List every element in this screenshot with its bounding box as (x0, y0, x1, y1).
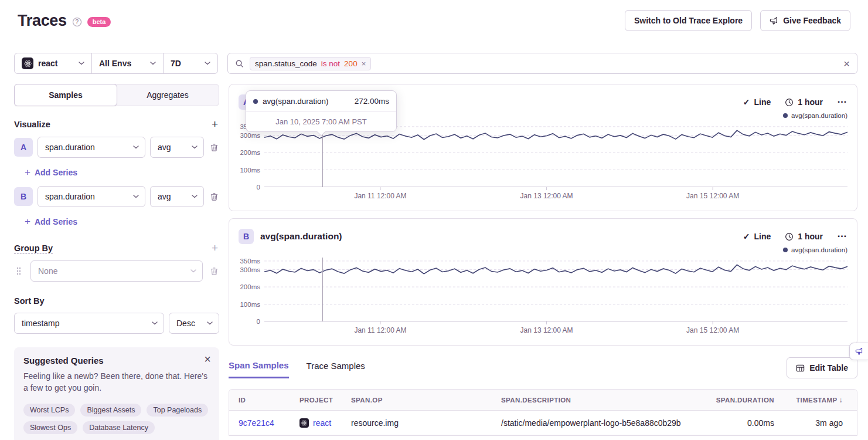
suggested-queries-card: Suggested Queries × Feeling like a newb?… (14, 347, 219, 440)
table-row[interactable]: 9c7e21c4 react resource.img /static/medi… (229, 411, 857, 435)
give-feedback-label: Give Feedback (783, 16, 841, 25)
x-tick-label: Jan 11 12:00 AM (354, 326, 406, 334)
close-icon[interactable]: × (204, 353, 211, 365)
chart-area-a: 350ms300ms200ms100ms0 Jan 11 12:00 AMJan… (239, 123, 847, 202)
sort-field-value: timestamp (22, 319, 60, 328)
help-icon[interactable]: ? (73, 18, 81, 26)
more-options-icon[interactable]: … (837, 98, 847, 107)
add-series-link-1[interactable]: + Add Series (25, 167, 77, 178)
series-b-field-value: span.duration (45, 192, 95, 201)
interval-selector[interactable]: 1 hour (785, 97, 823, 107)
add-series-link-2[interactable]: + Add Series (25, 216, 77, 228)
chevron-down-icon (190, 269, 196, 273)
x-tick-label: Jan 15 12:00 AM (686, 326, 739, 334)
tab-span-samples[interactable]: Span Samples (229, 360, 289, 378)
column-header-timestamp[interactable]: TIMESTAMP↓ (779, 396, 847, 404)
column-header-project[interactable]: PROJECT (299, 397, 351, 404)
column-header-id[interactable]: ID (239, 397, 299, 404)
sort-direction-select[interactable]: Desc (169, 313, 219, 334)
column-header-span-op[interactable]: SPAN.OP (351, 397, 501, 404)
environment-selector[interactable]: All Envs (91, 53, 164, 74)
x-tick-label: Jan 13 12:00 AM (520, 192, 573, 200)
give-feedback-button[interactable]: Give Feedback (760, 10, 850, 31)
interval-label: 1 hour (798, 97, 823, 107)
sort-by-label: Sort By (14, 296, 45, 306)
sort-field-select[interactable]: timestamp (14, 313, 164, 334)
series-a-aggregate-select[interactable]: avg (150, 137, 204, 158)
series-b-aggregate-select[interactable]: avg (150, 186, 204, 207)
plus-icon: + (25, 216, 30, 228)
chart-type-label: Line (754, 232, 771, 241)
y-tick-label: 300ms (240, 266, 260, 273)
column-header-span-duration[interactable]: SPAN.DURATION (709, 397, 779, 404)
chevron-down-icon (79, 62, 84, 65)
feedback-widget-button[interactable] (849, 343, 868, 360)
clock-icon (785, 98, 794, 107)
date-range-selector[interactable]: 7D (163, 53, 218, 74)
more-options-icon[interactable]: … (837, 232, 847, 241)
clear-search-icon[interactable]: × (843, 58, 850, 69)
react-project-icon (299, 418, 309, 428)
span-id-link[interactable]: 9c7e21c4 (239, 418, 299, 428)
search-filter-token[interactable]: span.status_code is not 200 × (250, 57, 371, 70)
clock-icon (785, 232, 794, 241)
environment-selector-label: All Envs (99, 59, 131, 68)
group-by-select[interactable]: None (30, 260, 203, 282)
tooltip-series-label: avg(span.duration) (263, 97, 329, 106)
suggested-query-pill[interactable]: Top Pageloads (147, 404, 208, 417)
suggested-query-pill[interactable]: Database Latency (83, 421, 155, 434)
chart-plot[interactable] (264, 123, 847, 187)
add-visualize-icon[interactable]: + (210, 119, 219, 130)
check-icon: ✓ (743, 232, 750, 241)
delete-group-by-icon[interactable] (209, 267, 219, 276)
project-selector[interactable]: react (14, 53, 92, 74)
y-tick-label: 0 (257, 184, 260, 191)
interval-selector[interactable]: 1 hour (785, 232, 823, 241)
tooltip-series-dot (253, 99, 258, 104)
chart-type-selector[interactable]: ✓ Line (743, 97, 771, 107)
series-a-field-select[interactable]: span.duration (38, 137, 145, 158)
delete-series-b-icon[interactable] (209, 192, 219, 201)
megaphone-icon (855, 347, 863, 356)
series-badge-b: B (14, 187, 33, 206)
series-b-field-select[interactable]: span.duration (38, 186, 145, 207)
suggested-query-pill[interactable]: Worst LCPs (23, 404, 75, 417)
sort-descending-icon: ↓ (839, 396, 843, 404)
chart-panel-a: A avg(span.duration) ✓ Line 1 hour … avg (229, 84, 857, 211)
remove-filter-icon[interactable]: × (362, 59, 366, 68)
add-group-by-icon[interactable]: + (210, 242, 219, 253)
megaphone-icon (770, 16, 778, 25)
project-cell: react (299, 418, 351, 428)
trace-search-input[interactable]: span.status_code is not 200 × × (227, 53, 857, 74)
group-by-row: None (16, 260, 219, 282)
edit-table-button[interactable]: Edit Table (787, 357, 857, 378)
tab-trace-samples[interactable]: Trace Samples (307, 361, 365, 377)
column-header-span-description[interactable]: SPAN.DESCRIPTION (501, 397, 709, 404)
suggested-query-pill[interactable]: Slowest Ops (23, 421, 77, 434)
y-tick-label: 200ms (240, 283, 260, 290)
switch-old-trace-explore-button[interactable]: Switch to Old Trace Explore (625, 10, 752, 31)
x-tick-label: Jan 13 12:00 AM (520, 326, 573, 334)
chart-legend: avg(span.duration) (239, 246, 847, 253)
suggested-query-pill[interactable]: Biggest Assets (80, 404, 141, 417)
chevron-down-icon (133, 195, 139, 198)
series-line (264, 265, 847, 273)
drag-handle-icon[interactable] (16, 267, 25, 275)
sort-direction-value: Desc (176, 319, 195, 328)
page-filters: react All Envs 7D (14, 53, 218, 74)
filter-operator: is not (321, 59, 340, 68)
chart-type-selector[interactable]: ✓ Line (743, 232, 771, 241)
delete-series-a-icon[interactable] (209, 143, 219, 152)
tab-samples[interactable]: Samples (14, 84, 117, 106)
app-header: Traces ? beta Switch to Old Trace Explor… (0, 0, 868, 40)
y-tick-label: 350ms (240, 258, 260, 265)
panel-b-title: avg(span.duration) (260, 231, 342, 242)
add-series-label: Add Series (35, 217, 77, 226)
filter-toolbar: react All Envs 7D span.status_code is no… (0, 53, 868, 74)
search-icon (235, 59, 244, 68)
group-by-label: Group By (14, 243, 53, 253)
project-link[interactable]: react (313, 418, 331, 428)
suggested-queries-body: Feeling like a newb? Been there, done th… (23, 370, 210, 394)
tab-aggregates[interactable]: Aggregates (117, 84, 219, 106)
chart-plot[interactable] (264, 258, 847, 321)
